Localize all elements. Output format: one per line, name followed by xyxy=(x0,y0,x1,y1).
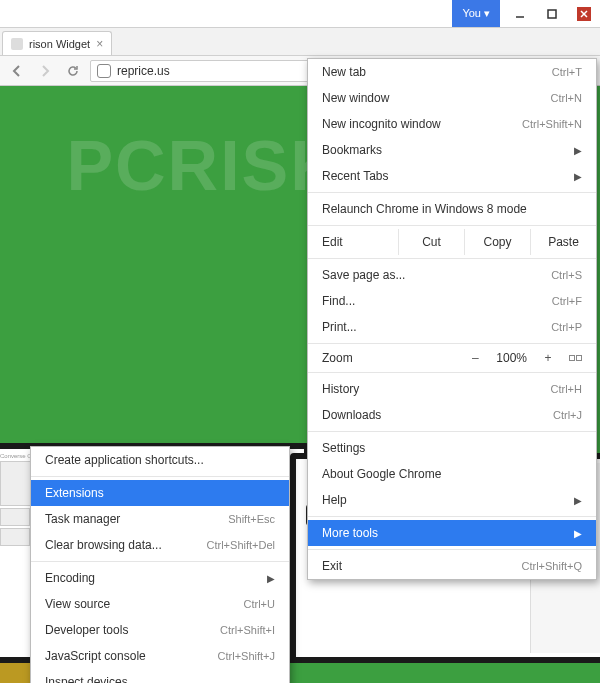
submenu-extensions[interactable]: Extensions xyxy=(31,480,289,506)
chevron-right-icon: ▶ xyxy=(267,573,275,584)
menu-separator xyxy=(308,192,596,193)
menu-relaunch-win8[interactable]: Relaunch Chrome in Windows 8 mode xyxy=(308,196,596,222)
menu-exit[interactable]: ExitCtrl+Shift+Q xyxy=(308,553,596,579)
chrome-main-menu: New tabCtrl+T New windowCtrl+N New incog… xyxy=(307,58,597,580)
menu-zoom-row: Zoom – 100% + xyxy=(308,347,596,369)
maximize-button[interactable] xyxy=(536,0,568,27)
back-button[interactable] xyxy=(6,60,28,82)
menu-new-window[interactable]: New windowCtrl+N xyxy=(308,85,596,111)
tab-strip: rison Widget × xyxy=(0,28,600,56)
menu-separator xyxy=(308,549,596,550)
submenu-clear-data[interactable]: Clear browsing data...Ctrl+Shift+Del xyxy=(31,532,289,558)
forward-button[interactable] xyxy=(34,60,56,82)
svg-rect-1 xyxy=(548,10,556,18)
submenu-encoding[interactable]: Encoding▶ xyxy=(31,565,289,591)
menu-new-incognito[interactable]: New incognito windowCtrl+Shift+N xyxy=(308,111,596,137)
menu-copy[interactable]: Copy xyxy=(465,229,531,255)
submenu-inspect-devices[interactable]: Inspect devices xyxy=(31,669,289,683)
close-button[interactable] xyxy=(568,0,600,27)
menu-downloads[interactable]: DownloadsCtrl+J xyxy=(308,402,596,428)
menu-separator xyxy=(308,343,596,344)
menu-print[interactable]: Print...Ctrl+P xyxy=(308,314,596,340)
submenu-js-console[interactable]: JavaScript consoleCtrl+Shift+J xyxy=(31,643,289,669)
more-tools-submenu: Create application shortcuts... Extensio… xyxy=(30,446,290,683)
reload-button[interactable] xyxy=(62,60,84,82)
menu-new-tab[interactable]: New tabCtrl+T xyxy=(308,59,596,85)
menu-cut[interactable]: Cut xyxy=(399,229,465,255)
menu-edit-label: Edit xyxy=(308,229,398,255)
chevron-right-icon: ▶ xyxy=(574,495,582,506)
menu-zoom-label: Zoom xyxy=(322,351,353,365)
submenu-view-source[interactable]: View sourceCtrl+U xyxy=(31,591,289,617)
menu-history[interactable]: HistoryCtrl+H xyxy=(308,376,596,402)
tab-title: rison Widget xyxy=(29,38,90,50)
user-profile-button[interactable]: You ▾ xyxy=(452,0,500,27)
fullscreen-icon[interactable] xyxy=(569,355,582,361)
browser-tab[interactable]: rison Widget × xyxy=(2,31,112,55)
favicon-icon xyxy=(11,38,23,50)
menu-more-tools[interactable]: More tools▶ xyxy=(308,520,596,546)
menu-about[interactable]: About Google Chrome xyxy=(308,461,596,487)
menu-paste[interactable]: Paste xyxy=(531,229,596,255)
chevron-right-icon: ▶ xyxy=(574,171,582,182)
menu-separator xyxy=(308,431,596,432)
menu-edit-row: Edit Cut Copy Paste xyxy=(308,229,596,255)
menu-find[interactable]: Find...Ctrl+F xyxy=(308,288,596,314)
zoom-percent: 100% xyxy=(496,351,527,365)
zoom-out-button[interactable]: – xyxy=(466,351,484,365)
menu-settings[interactable]: Settings xyxy=(308,435,596,461)
menu-separator xyxy=(308,225,596,226)
submenu-developer-tools[interactable]: Developer toolsCtrl+Shift+I xyxy=(31,617,289,643)
menu-help[interactable]: Help▶ xyxy=(308,487,596,513)
menu-separator xyxy=(31,561,289,562)
menu-separator xyxy=(31,476,289,477)
minimize-button[interactable] xyxy=(504,0,536,27)
site-identity-icon[interactable] xyxy=(97,64,111,78)
tab-close-icon[interactable]: × xyxy=(96,37,103,51)
menu-separator xyxy=(308,516,596,517)
chevron-right-icon: ▶ xyxy=(574,145,582,156)
window-titlebar: You ▾ xyxy=(0,0,600,28)
menu-recent-tabs[interactable]: Recent Tabs▶ xyxy=(308,163,596,189)
submenu-create-shortcuts[interactable]: Create application shortcuts... xyxy=(31,447,289,473)
submenu-task-manager[interactable]: Task managerShift+Esc xyxy=(31,506,289,532)
menu-bookmarks[interactable]: Bookmarks▶ xyxy=(308,137,596,163)
menu-separator xyxy=(308,372,596,373)
chevron-right-icon: ▶ xyxy=(574,528,582,539)
zoom-in-button[interactable]: + xyxy=(539,351,557,365)
menu-separator xyxy=(308,258,596,259)
menu-save-as[interactable]: Save page as...Ctrl+S xyxy=(308,262,596,288)
